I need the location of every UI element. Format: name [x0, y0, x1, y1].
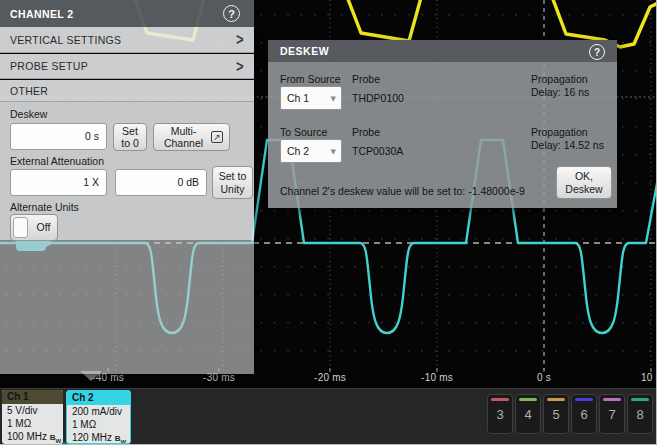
time-tick-label: -20 ms: [300, 372, 360, 383]
probe-label: Probe: [352, 126, 380, 139]
ch2-bandwidth-value: 120 MHz: [72, 432, 112, 443]
to-source-dropdown[interactable]: Ch 2 ▼: [280, 139, 342, 163]
to-propagation-delay: Propagation Delay: 14.52 ns: [531, 126, 604, 152]
channel-6-label: 6: [580, 407, 587, 422]
channel-3-button[interactable]: 3: [487, 394, 513, 434]
attenuation-db-field[interactable]: 0 dB: [115, 169, 207, 196]
channel-4-button[interactable]: 4: [515, 394, 541, 434]
chevron-down-icon: ▼: [331, 141, 336, 163]
channel-6-color-stripe: [575, 398, 593, 401]
bandwidth-limit-icon: BW: [115, 434, 126, 443]
dialog-title-bar[interactable]: DESKEW: [268, 40, 617, 62]
channel-8-button[interactable]: 8: [627, 394, 653, 434]
time-tick-label: 10 ms: [625, 372, 657, 383]
alternate-units-toggle[interactable]: Off: [10, 214, 58, 241]
multi-channel-label: Multi- Channel: [164, 125, 203, 149]
channel-4-color-stripe: [519, 398, 537, 401]
channel-3-label: 3: [496, 407, 503, 422]
channel-6-button[interactable]: 6: [571, 394, 597, 434]
from-source-dropdown[interactable]: Ch 1 ▼: [280, 86, 342, 110]
ch1-badge[interactable]: Ch 1 5 V/div 1 MΩ 100 MHz BW: [2, 390, 63, 444]
attenuation-ratio-field[interactable]: 1 X: [10, 169, 107, 196]
from-probe-model: THDP0100: [352, 92, 404, 105]
help-icon[interactable]: ?: [223, 5, 240, 22]
ch2-badge[interactable]: Ch 2 200 mA/div 1 MΩ 120 MHz BW: [66, 390, 131, 444]
time-tick-label: -10 ms: [407, 372, 467, 383]
ch2-bandwidth: 120 MHz BW: [67, 431, 130, 444]
panel-translucent-area: [0, 240, 254, 374]
to-source-value: Ch 2: [287, 145, 309, 157]
section-label: VERTICAL SETTINGS: [10, 34, 121, 46]
channel-5-color-stripe: [547, 398, 565, 401]
ch2-badge-header: Ch 2: [67, 391, 130, 405]
chevron-down-icon: ▼: [331, 88, 336, 110]
ch2-scale: 200 mA/div: [67, 405, 130, 418]
help-glyph: ?: [594, 47, 600, 58]
to-probe-model: TCP0030A: [352, 145, 403, 158]
section-other[interactable]: OTHER: [0, 80, 254, 102]
section-vertical-settings[interactable]: VERTICAL SETTINGS >: [0, 27, 254, 53]
ch1-impedance: 1 MΩ: [2, 417, 63, 430]
ok-deskew-button[interactable]: OK, Deskew: [556, 166, 612, 199]
alternate-units-label: Alternate Units: [10, 201, 79, 213]
deskew-dialog: DESKEW ? From Source Ch 1 ▼ Probe THDP01…: [268, 40, 617, 208]
channel-4-label: 4: [524, 407, 531, 422]
help-icon[interactable]: ?: [589, 44, 605, 60]
external-attenuation-label: External Attenuation: [10, 155, 104, 167]
ch2-impedance: 1 MΩ: [67, 418, 130, 431]
ch1-bandwidth: 100 MHz BW: [2, 430, 63, 444]
ch1-badge-header: Ch 1: [2, 390, 63, 404]
panel-title-bar[interactable]: CHANNEL 2: [0, 0, 254, 27]
channel-7-button[interactable]: 7: [599, 394, 625, 434]
section-probe-setup[interactable]: PROBE SETUP >: [0, 54, 254, 79]
section-label: PROBE SETUP: [10, 60, 88, 72]
time-tick-label: 0 s: [514, 372, 574, 383]
set-to-unity-button[interactable]: Set to Unity: [212, 166, 253, 199]
dialog-title: DESKEW: [280, 45, 329, 57]
deskew-value-field[interactable]: 0 s: [10, 123, 107, 150]
deskew-label: Deskew: [10, 108, 47, 120]
chevron-right-icon: >: [236, 57, 244, 76]
channel-3-color-stripe: [491, 398, 509, 401]
channel-7-color-stripe: [603, 398, 621, 401]
toggle-state-label: Off: [30, 215, 57, 240]
channel-8-color-stripe: [631, 398, 649, 401]
channel-5-label: 5: [552, 407, 559, 422]
channel-8-label: 8: [636, 407, 643, 422]
section-label: OTHER: [10, 85, 48, 97]
external-link-icon: ↗: [211, 131, 223, 143]
channel2-settings-panel: CHANNEL 2 ? VERTICAL SETTINGS > PROBE SE…: [0, 0, 254, 374]
chevron-right-icon: >: [236, 30, 244, 49]
from-propagation-delay: Propagation Delay: 16 ns: [531, 73, 589, 99]
channel-7-label: 7: [608, 407, 615, 422]
from-source-value: Ch 1: [287, 92, 309, 104]
channel-5-button[interactable]: 5: [543, 394, 569, 434]
multi-channel-button[interactable]: Multi- Channel ↗: [153, 123, 230, 151]
oscilloscope-screen: -40 ms -30 ms -20 ms -10 ms 0 s 10 ms CH…: [0, 0, 657, 445]
ch1-bandwidth-value: 100 MHz: [7, 431, 47, 442]
set-to-zero-button[interactable]: Set to 0: [113, 123, 147, 151]
to-source-label: To Source: [280, 126, 327, 139]
channel-bar: Ch 1 5 V/div 1 MΩ 100 MHz BW Ch 2 200 mA…: [0, 388, 657, 445]
probe-label: Probe: [352, 73, 380, 86]
ch1-scale: 5 V/div: [2, 404, 63, 417]
toggle-knob: [13, 217, 28, 238]
from-source-label: From Source: [280, 73, 341, 86]
deskew-result-message: Channel 2's deskew value will be set to:…: [280, 185, 525, 198]
bandwidth-limit-icon: BW: [50, 433, 61, 442]
panel-title: CHANNEL 2: [10, 8, 74, 20]
help-glyph: ?: [228, 8, 235, 20]
